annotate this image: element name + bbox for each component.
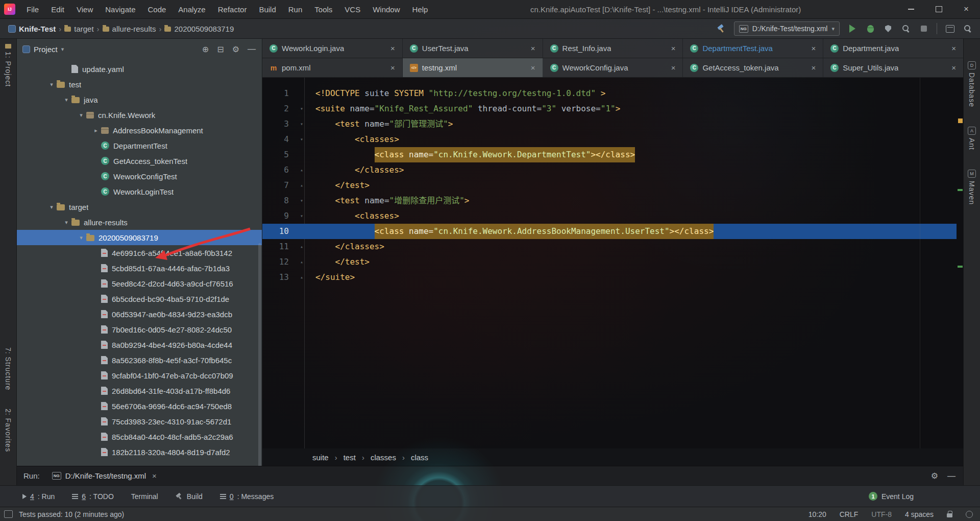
tool-window-switcher-icon[interactable] (4, 510, 13, 518)
tree-item-9cfabf04-1bf0-47eb-a7cb-dcc07b09[interactable]: 9cfabf04-1bf0-47eb-a7cb-dcc07b09 (16, 368, 262, 383)
run-tab[interactable]: NG D:/Knife-Test/testng.xml × (47, 466, 162, 485)
lock-icon[interactable] (947, 513, 952, 517)
tool-window-button-terminal[interactable]: Terminal (131, 492, 158, 501)
tree-item-test[interactable]: ▾test (16, 77, 262, 92)
menu-navigate[interactable]: Navigate (99, 0, 141, 19)
tab-usertest-java[interactable]: CUserTest.java× (403, 39, 543, 58)
breadcrumb-target[interactable]: target (64, 25, 93, 33)
menu-edit[interactable]: Edit (45, 0, 70, 19)
build-hammer-button[interactable] (716, 23, 726, 34)
hide-panel-button[interactable]: — (947, 471, 955, 481)
close-icon[interactable]: × (390, 63, 395, 72)
close-icon[interactable]: × (671, 63, 676, 72)
tree-item-56e6706a-9696-4dc6-ac94-750ed8[interactable]: 56e6706a-9696-4dc6-ac94-750ed8 (16, 398, 262, 414)
coverage-button[interactable] (883, 23, 893, 34)
code-line-5[interactable]: 5 <class name="cn.Knife.Wework.Departmen… (262, 147, 957, 162)
event-log-button[interactable]: 1 Event Log (869, 492, 980, 501)
tool-button-maven[interactable]: MMaven (964, 170, 980, 205)
stripe-mark-usage-2[interactable] (958, 266, 963, 268)
fold-open-icon[interactable]: ▾ (294, 208, 309, 224)
menu-run[interactable]: Run (282, 0, 309, 19)
tree-item-7b0ed16c-0d05-4e27-8082-24dc50[interactable]: 7b0ed16c-0d05-4e27-8082-24dc50 (16, 322, 262, 337)
close-icon[interactable]: × (951, 44, 956, 53)
stripe-mark-warning[interactable] (958, 119, 963, 123)
tab-weworkconfig-java[interactable]: CWeworkConfig.java× (543, 58, 683, 77)
close-icon[interactable]: × (531, 63, 535, 72)
tree-item-5eed8c42-d2cd-4d63-a9cd-cf76516[interactable]: 5eed8c42-d2cd-4d63-a9cd-cf76516 (16, 276, 262, 291)
tree-item-26d8bd64-31fe-403d-a17b-ff8b4d6[interactable]: 26d8bd64-31fe-403d-a17b-ff8b4d6 (16, 383, 262, 398)
fold-open-icon[interactable]: ▾ (294, 116, 309, 132)
tree-open-arrow-icon[interactable]: ▾ (61, 97, 71, 103)
run-configuration-select[interactable]: NG D:/Knife-Test/testng.xml ▾ (734, 21, 840, 36)
close-icon[interactable]: × (531, 44, 535, 53)
fold-close-icon[interactable]: ▴ (294, 254, 309, 270)
close-icon[interactable]: × (811, 44, 816, 53)
breadcrumb-20200509083719[interactable]: 20200509083719 (164, 25, 234, 33)
tab-rest-info-java[interactable]: CRest_Info.java× (543, 39, 683, 58)
tree-item-5cbd85d1-67aa-4446-afac-7b1da3[interactable]: 5cbd85d1-67aa-4446-afac-7b1da3 (16, 260, 262, 276)
tool-button-2-favorites[interactable]: 2: Favorites (0, 409, 16, 452)
tree-item-allure-results[interactable]: ▾allure-results (16, 215, 262, 230)
tree-item-target[interactable]: ▾target (16, 199, 262, 215)
gear-icon[interactable]: ⚙ (232, 44, 239, 54)
close-button[interactable]: × (952, 0, 980, 18)
tree-item-85cb84a0-44c0-48cf-adb5-a2c29a6[interactable]: 85cb84a0-44c0-48cf-adb5-a2c29a6 (16, 429, 262, 444)
tool-window-button-build[interactable]: Build (176, 492, 203, 501)
tree-open-arrow-icon[interactable]: ▾ (76, 112, 86, 119)
tree-item-addressbookmanagement[interactable]: ▸AddressBookManagement (16, 123, 262, 138)
tab-weworklogin-java[interactable]: CWeworkLogin.java× (262, 39, 403, 58)
fold-open-icon[interactable]: ▾ (294, 132, 309, 147)
tree-item-182b2118-320a-4804-8d19-d7afd2[interactable]: 182b2118-320a-4804-8d19-d7afd2 (16, 444, 262, 460)
tool-window-button-6-todo[interactable]: 6: TODO (72, 492, 114, 501)
fold-close-icon[interactable]: ▴ (294, 162, 309, 178)
tree-item-java[interactable]: ▾java (16, 92, 262, 107)
close-icon[interactable]: × (390, 44, 395, 53)
tree-item-4e6991c6-a54f-4ee1-a8a6-f0b3142[interactable]: 4e6991c6-a54f-4ee1-a8a6-f0b3142 (16, 245, 262, 260)
tree-item-6b5cdced-bc90-4ba5-9710-d2f1de[interactable]: 6b5cdced-bc90-4ba5-9710-d2f1de (16, 291, 262, 306)
search-everywhere-button[interactable] (963, 23, 973, 34)
tab-departmenttest-java[interactable]: CDepartmentTest.java× (683, 39, 823, 58)
code-line-1[interactable]: 1<!DOCTYPE suite SYSTEM "http://testng.o… (262, 86, 957, 101)
menu-vcs[interactable]: VCS (338, 0, 366, 19)
tool-window-button-0-messages[interactable]: 0: Messages (220, 492, 274, 501)
fold-close-icon[interactable]: ▴ (294, 270, 309, 285)
code-line-2[interactable]: 2▾<suite name="Knife_Rest_Assured" threa… (262, 101, 957, 116)
code-line-12[interactable]: 12▴ </test> (262, 254, 957, 270)
crumb-class[interactable]: class (411, 453, 428, 462)
menu-file[interactable]: File (20, 0, 45, 19)
close-icon[interactable]: × (671, 44, 676, 53)
file-encoding[interactable]: UTF-8 (871, 510, 892, 518)
code-line-3[interactable]: 3▾ <test name="部门管理测试"> (262, 116, 957, 132)
code-line-7[interactable]: 7▴ </test> (262, 178, 957, 193)
tab-pom-xml[interactable]: mpom.xml× (262, 58, 403, 77)
close-icon[interactable]: × (951, 63, 956, 72)
tool-button-7-structure[interactable]: 7: Structure (0, 347, 16, 390)
menu-code[interactable]: Code (141, 0, 172, 19)
code-line-11[interactable]: 11▴ </classes> (262, 239, 957, 254)
fold-open-icon[interactable]: ▾ (294, 101, 309, 116)
tree-item-update-yaml[interactable]: update.yaml (16, 61, 262, 77)
code-line-10[interactable]: 10 <class name="cn.Knife.Wework.AddressB… (262, 224, 957, 239)
tool-button-1-project[interactable]: 1: Project (0, 44, 16, 87)
code-line-6[interactable]: 6▴ </classes> (262, 162, 957, 178)
profiler-button[interactable] (901, 23, 911, 34)
run-button[interactable] (847, 23, 857, 34)
code-line-13[interactable]: 13▴</suite> (262, 270, 957, 285)
menu-build[interactable]: Build (253, 0, 282, 19)
tree-item-20200509083719[interactable]: ▾20200509083719 (16, 230, 262, 245)
tree-open-arrow-icon[interactable]: ▾ (61, 219, 71, 226)
fold-open-icon[interactable]: ▾ (294, 193, 309, 208)
tree-closed-arrow-icon[interactable]: ▸ (91, 127, 101, 134)
close-icon[interactable]: × (152, 471, 157, 480)
crumb-suite[interactable]: suite (312, 453, 329, 462)
tree-item-8a562368-8f8b-4e5f-a3cf-70fb645c[interactable]: 8a562368-8f8b-4e5f-a3cf-70fb645c (16, 352, 262, 368)
hide-panel-button[interactable]: — (248, 44, 256, 54)
menu-refactor[interactable]: Refactor (212, 0, 253, 19)
stripe-mark-usage-1[interactable] (958, 189, 963, 191)
gear-icon[interactable]: ⚙ (931, 471, 938, 481)
breadcrumb-allure-results[interactable]: allure-results (103, 25, 156, 33)
stop-button[interactable] (919, 23, 929, 34)
code-line-9[interactable]: 9▾ <classes> (262, 208, 957, 224)
minimize-button[interactable] (897, 0, 925, 18)
project-header-label[interactable]: Project (34, 45, 58, 54)
